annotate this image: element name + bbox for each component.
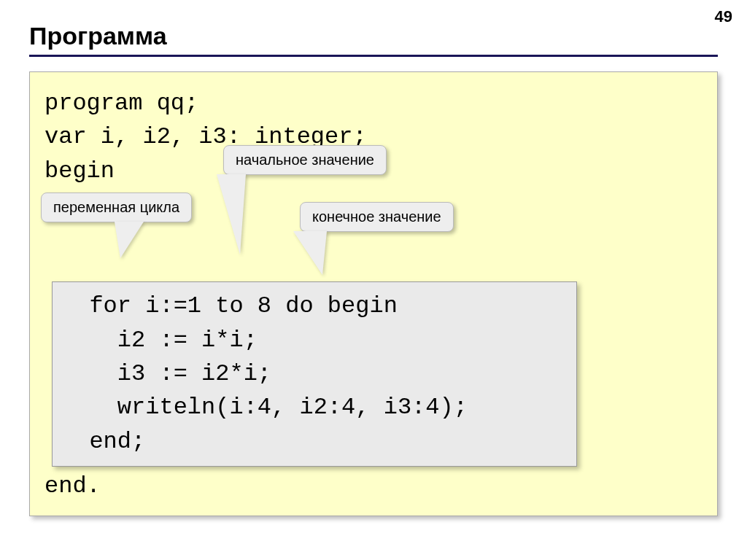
callout-loop-variable: переменная цикла [41,192,192,222]
code-block-outer: program qq; var i, i2, i3: integer; begi… [29,71,718,516]
code-line-1: program qq; [44,87,703,120]
callout-initial-value: начальное значение [223,145,387,175]
title-underline [29,55,718,57]
code-line-last: end. [44,470,703,503]
callout-final-value: конечное значение [300,202,454,232]
code-block-inner: for i:=1 to 8 do begin i2 := i*i; i3 := … [52,281,577,467]
code-inner-lines: for i:=1 to 8 do begin i2 := i*i; i3 := … [61,289,568,459]
page-number: 49 [715,7,732,26]
slide-title: Программа [29,22,718,50]
slide: 49 Программа program qq; var i, i2, i3: … [0,0,747,560]
